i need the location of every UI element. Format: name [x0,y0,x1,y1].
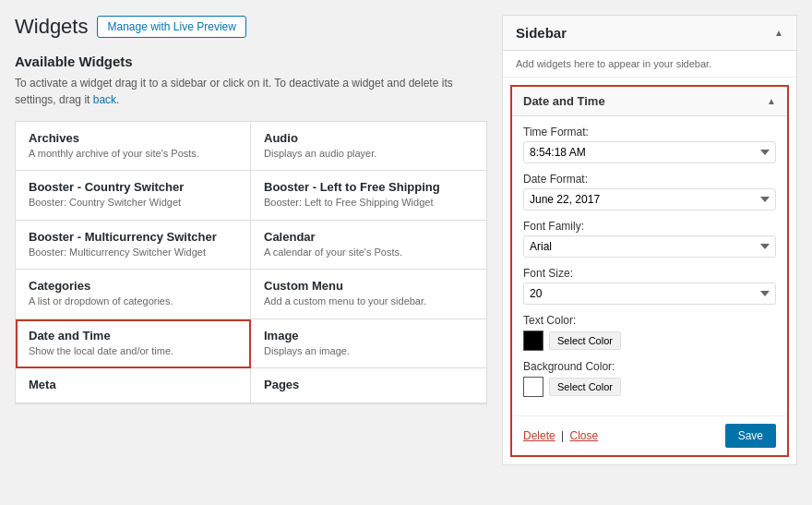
delete-link[interactable]: Delete [523,429,555,442]
font-size-select[interactable]: 141618202224 [523,283,776,305]
widget-desc-categories: A list or dropdown of categories. [29,295,237,308]
widget-expanded-header: Date and Time ▲ [512,87,787,116]
font-size-row: Font Size: 141618202224 [523,267,776,305]
widget-name-booster-shipping: Booster - Left to Free Shipping [264,180,473,194]
widget-name-archives: Archives [29,131,237,145]
widget-desc-audio: Displays an audio player. [264,147,473,161]
widget-item-date-time[interactable]: Date and TimeShow the local date and/or … [16,319,251,368]
text-color-controls: Select Color [523,331,776,351]
widget-item-custom-menu[interactable]: Custom MenuAdd a custom menu to your sid… [251,270,486,319]
widget-item-image[interactable]: ImageDisplays an image. [251,319,486,368]
sidebar-panel: Sidebar ▲ Add widgets here to appear in … [502,15,797,465]
widget-desc-booster-shipping: Booster: Left to Free Shipping Widget [264,196,473,210]
widget-item-meta[interactable]: Meta [16,368,251,403]
back-link[interactable]: back [93,93,116,106]
widget-desc-custom-menu: Add a custom menu to your sidebar. [264,295,473,308]
page-title: Widgets [15,15,88,39]
widgets-grid: ArchivesA monthly archive of your site's… [15,121,487,404]
available-widgets-desc: To activate a widget drag it to a sideba… [15,75,487,108]
widget-footer: Delete | Close Save [512,415,787,455]
widget-item-pages[interactable]: Pages [251,368,486,403]
text-color-select-button[interactable]: Select Color [549,331,621,350]
time-format-select[interactable]: 8:54:18 AM08:54:1808:54 [523,141,776,163]
widget-name-calendar: Calendar [264,230,473,244]
bg-color-controls: Select Color [523,377,776,397]
text-color-label: Text Color: [523,314,776,327]
widget-desc-booster-country: Booster: Country Switcher Widget [29,196,237,210]
bg-color-label: Background Color: [523,360,776,373]
date-time-widget-expanded: Date and Time ▲ Time Format: 8:54:18 AM0… [510,85,789,457]
text-color-row: Text Color: Select Color [523,314,776,351]
widget-desc-date-time: Show the local date and/or time. [29,344,237,358]
page-header: Widgets Manage with Live Preview [15,15,487,39]
date-format-select[interactable]: June 22, 20172017-06-2206/22/2017 [523,188,776,210]
widget-item-calendar[interactable]: CalendarA calendar of your site's Posts. [251,221,486,270]
widget-name-image: Image [264,329,473,343]
sidebar-title: Sidebar [516,25,567,41]
widget-desc-image: Displays an image. [264,344,473,358]
time-format-label: Time Format: [523,126,776,138]
widget-item-booster-shipping[interactable]: Booster - Left to Free ShippingBooster: … [251,171,486,220]
save-button[interactable]: Save [725,424,776,448]
widget-name-audio: Audio [264,131,473,145]
time-format-row: Time Format: 8:54:18 AM08:54:1808:54 [523,126,776,163]
widget-form: Time Format: 8:54:18 AM08:54:1808:54 Dat… [512,116,787,415]
widget-item-archives[interactable]: ArchivesA monthly archive of your site's… [16,122,251,171]
widget-item-booster-multi[interactable]: Booster - Multicurrency SwitcherBooster:… [16,221,251,270]
sidebar-description: Add widgets here to appear in your sideb… [503,51,796,78]
sidebar-collapse-icon[interactable]: ▲ [774,28,783,38]
bg-color-row: Background Color: Select Color [523,360,776,397]
close-link[interactable]: Close [570,429,599,442]
text-color-swatch[interactable] [523,331,543,351]
footer-separator: | [561,429,564,442]
widget-name-meta: Meta [29,378,237,391]
bg-color-swatch[interactable] [523,377,543,397]
bg-color-select-button[interactable]: Select Color [549,378,621,396]
footer-links: Delete | Close [523,429,598,442]
widget-desc-archives: A monthly archive of your site's Posts. [29,147,237,161]
font-family-row: Font Family: ArialVerdanaGeorgiaTimes Ne… [523,220,776,258]
right-panel: Sidebar ▲ Add widgets here to appear in … [502,15,797,465]
manage-live-preview-button[interactable]: Manage with Live Preview [97,16,245,38]
widget-name-pages: Pages [264,378,473,391]
left-panel: Widgets Manage with Live Preview Availab… [15,15,487,465]
font-family-select[interactable]: ArialVerdanaGeorgiaTimes New Roman [523,235,776,258]
widget-item-audio[interactable]: AudioDisplays an audio player. [251,122,486,171]
font-size-label: Font Size: [523,267,776,280]
widget-name-date-time: Date and Time [29,329,237,343]
widget-item-categories[interactable]: CategoriesA list or dropdown of categori… [16,270,251,319]
date-format-label: Date Format: [523,173,776,186]
widget-expanded-title: Date and Time [523,94,605,108]
widget-desc-booster-multi: Booster: Multicurrency Switcher Widget [29,246,237,259]
widget-item-booster-country[interactable]: Booster - Country SwitcherBooster: Count… [16,171,251,220]
widget-name-categories: Categories [29,279,237,293]
widget-name-booster-country: Booster - Country Switcher [29,180,237,194]
widget-expanded-collapse-icon[interactable]: ▲ [767,96,776,106]
widget-name-booster-multi: Booster - Multicurrency Switcher [29,230,237,244]
widget-name-custom-menu: Custom Menu [264,279,473,293]
font-family-label: Font Family: [523,220,776,233]
date-format-row: Date Format: June 22, 20172017-06-2206/2… [523,173,776,210]
sidebar-header: Sidebar ▲ [503,16,796,51]
widget-desc-calendar: A calendar of your site's Posts. [264,246,473,259]
available-widgets-title: Available Widgets [15,54,487,69]
